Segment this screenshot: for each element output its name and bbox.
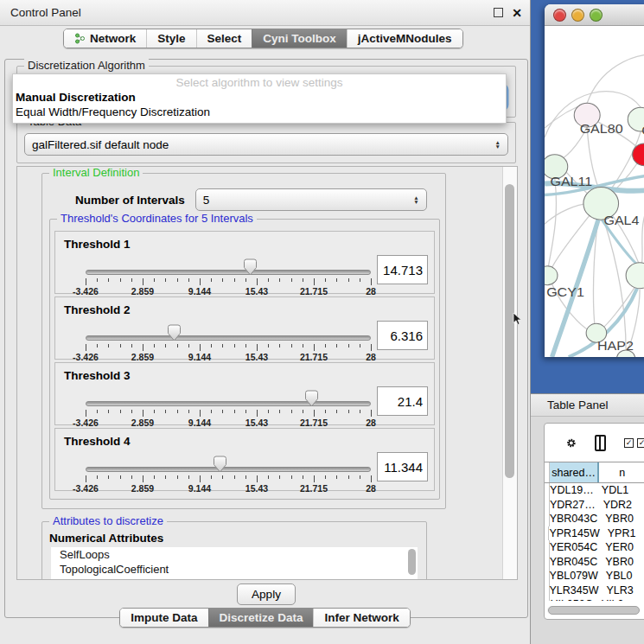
table-cell[interactable]: YIL052C bbox=[550, 597, 595, 601]
tab-impute-data[interactable]: Impute Data bbox=[120, 609, 207, 627]
table-row[interactable]: YBR045CYBR0 bbox=[545, 555, 644, 570]
mac-minimize-icon[interactable] bbox=[571, 9, 584, 22]
network-canvas[interactable]: GAL80GACGAL11GAL4GCY1HHAP2 bbox=[545, 26, 644, 357]
threshold-slider[interactable]: -3.4262.8599.14415.4321.71528 bbox=[86, 266, 371, 292]
table-row[interactable]: YBL079WYBL0 bbox=[545, 569, 644, 583]
table-cell[interactable]: YPR145W bbox=[549, 526, 600, 541]
slider-thumb[interactable] bbox=[214, 456, 226, 473]
tab-style[interactable]: Style bbox=[146, 29, 195, 48]
table-data-select[interactable]: galFiltered.sif default node ▲ ▼ bbox=[24, 133, 508, 156]
table-row[interactable]: YDL19…YDL1 bbox=[545, 483, 644, 498]
list-item[interactable]: SelfLoops bbox=[51, 547, 418, 562]
slider-track[interactable] bbox=[86, 401, 371, 406]
list-item[interactable]: BetweennessCentrality bbox=[51, 577, 418, 580]
table-column-header[interactable]: shared… bbox=[550, 462, 598, 482]
slider-tick bbox=[303, 475, 303, 479]
tab-cyni-toolbox[interactable]: Cyni Toolbox bbox=[252, 29, 347, 48]
algorithm-option-equal-width[interactable]: Equal Width/Frequency Discretization bbox=[13, 105, 506, 119]
tab-jactivemnodules[interactable]: jActiveMNodules bbox=[347, 29, 462, 48]
threshold-slider[interactable]: -3.4262.8599.14415.4321.71528 bbox=[86, 398, 371, 424]
table-row[interactable]: YER054CYER0 bbox=[545, 540, 644, 555]
threshold-row: Threshold 4-3.4262.8599.14415.4321.71528… bbox=[54, 428, 435, 491]
table-cell[interactable]: YDL19… bbox=[550, 483, 595, 498]
slider-tick bbox=[154, 410, 155, 413]
network-node[interactable] bbox=[545, 266, 558, 285]
network-node-label: HAP2 bbox=[597, 339, 634, 353]
slider-tick bbox=[291, 278, 292, 282]
scrollbar-thumb[interactable] bbox=[505, 184, 514, 478]
settings-vertical-scrollbar[interactable] bbox=[502, 167, 517, 579]
gear-icon[interactable] bbox=[566, 435, 577, 451]
number-of-intervals-select[interactable]: 5 ▲ ▼ bbox=[195, 188, 427, 211]
slider-track[interactable] bbox=[86, 467, 371, 472]
slider-ticks bbox=[86, 344, 371, 352]
table-cell[interactable]: YIL0 bbox=[595, 597, 644, 601]
table-cell[interactable]: YDL1 bbox=[595, 483, 644, 498]
column-layout-icon[interactable] bbox=[595, 435, 606, 451]
threshold-label: Threshold 3 bbox=[64, 369, 131, 382]
table-cell[interactable]: YDR2 bbox=[596, 498, 644, 513]
slider-tick bbox=[222, 475, 223, 479]
interval-definition-title: Interval Definition bbox=[49, 166, 143, 179]
table-cell[interactable]: YER054C bbox=[550, 540, 599, 555]
tab-select[interactable]: Select bbox=[196, 29, 252, 48]
slider-tick bbox=[360, 475, 360, 479]
slider-tick bbox=[200, 278, 201, 285]
attributes-list-scrollbar[interactable] bbox=[406, 547, 418, 580]
threshold-value-field[interactable]: 6.316 bbox=[377, 321, 428, 350]
slider-tick bbox=[291, 344, 292, 348]
list-item[interactable]: TopologicalCoefficient bbox=[51, 562, 418, 577]
table-cell[interactable]: YBR043C bbox=[550, 512, 599, 526]
slider-track[interactable] bbox=[86, 270, 371, 275]
tab-network[interactable]: Network bbox=[64, 29, 146, 48]
network-node[interactable] bbox=[626, 263, 644, 289]
table-cell[interactable]: YBR045C bbox=[550, 555, 599, 570]
table-cell[interactable]: YBL079W bbox=[550, 569, 599, 583]
slider-thumb[interactable] bbox=[168, 324, 181, 341]
slider-tick bbox=[222, 410, 223, 413]
apply-button[interactable]: Apply bbox=[237, 583, 296, 605]
slider-track[interactable] bbox=[86, 335, 371, 341]
slider-thumb[interactable] bbox=[244, 258, 257, 276]
scrollbar-thumb[interactable] bbox=[548, 606, 640, 615]
table-cell[interactable]: YPR1 bbox=[601, 526, 644, 541]
table-cell[interactable]: YBR0 bbox=[598, 512, 644, 526]
mac-close-icon[interactable] bbox=[553, 9, 566, 22]
close-icon[interactable]: ✕ bbox=[512, 7, 522, 19]
table-cell[interactable]: YBR0 bbox=[598, 555, 644, 570]
table-cell[interactable]: YLR345W bbox=[550, 583, 600, 598]
control-panel-title: Control Panel bbox=[10, 6, 81, 19]
scrollbar-thumb[interactable] bbox=[408, 549, 416, 575]
checkbox-icon[interactable]: ✓ bbox=[637, 438, 644, 448]
slider-tick bbox=[188, 410, 189, 413]
slider-tick bbox=[211, 475, 212, 479]
mac-zoom-icon[interactable] bbox=[590, 9, 603, 22]
network-window[interactable]: GAL80GACGAL11GAL4GCY1HHAP2 bbox=[545, 4, 644, 357]
network-node[interactable] bbox=[633, 143, 644, 166]
slider-tick bbox=[336, 344, 337, 348]
threshold-slider[interactable]: -3.4262.8599.14415.4321.71528 bbox=[86, 332, 371, 358]
table-cell[interactable]: YLR3 bbox=[600, 583, 644, 598]
table-row[interactable]: YPR145WYPR1 bbox=[545, 526, 644, 541]
threshold-value-field[interactable]: 11.344 bbox=[377, 452, 428, 481]
table-row[interactable]: YDR27…YDR2 bbox=[545, 498, 644, 513]
table-cell[interactable]: YER0 bbox=[598, 540, 644, 555]
tab-discretize-data[interactable]: Discretize Data bbox=[208, 609, 314, 627]
number-of-intervals-row: Number of Intervals 5 ▲ ▼ bbox=[75, 188, 433, 211]
table-row[interactable]: YLR345WYLR3 bbox=[545, 583, 644, 598]
table-cell[interactable]: YBL0 bbox=[599, 569, 644, 583]
table-column-header[interactable]: n bbox=[599, 462, 644, 482]
algorithm-option-manual[interactable]: Manual Discretization bbox=[13, 90, 506, 105]
float-window-icon[interactable] bbox=[494, 8, 503, 17]
tick-label: 28 bbox=[366, 286, 376, 296]
table-cell[interactable]: YDR27… bbox=[550, 498, 596, 513]
slider-thumb[interactable] bbox=[305, 390, 318, 407]
table-row[interactable]: YIL052CYIL0 bbox=[545, 597, 644, 601]
table-row[interactable]: YBR043CYBR0 bbox=[545, 512, 644, 526]
threshold-slider[interactable]: -3.4262.8599.14415.4321.71528 bbox=[86, 463, 371, 489]
table-horizontal-scrollbar[interactable] bbox=[547, 606, 640, 615]
checkbox-icon[interactable]: ✓ bbox=[624, 438, 634, 448]
threshold-value-field[interactable]: 21.4 bbox=[377, 386, 428, 416]
tab-infer-network[interactable]: Infer Network bbox=[313, 609, 409, 627]
threshold-value-field[interactable]: 14.713 bbox=[377, 255, 428, 284]
